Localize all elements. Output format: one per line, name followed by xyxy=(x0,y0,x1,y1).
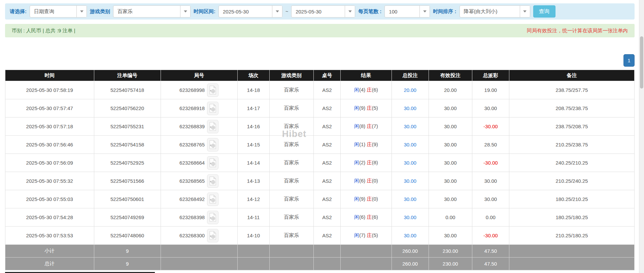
video-record-icon[interactable] xyxy=(207,102,218,115)
total-row-cell-6 xyxy=(341,258,392,270)
player-points: (6) xyxy=(359,214,367,220)
cell-valid-bet: 30.00 xyxy=(429,190,472,208)
video-record-icon[interactable] xyxy=(207,174,218,188)
player-points: (4) xyxy=(359,87,367,93)
time-sort-label: 时间排序 : xyxy=(433,8,456,15)
cell-game-type: 百家乐 xyxy=(269,81,313,99)
cell-table-no: AS2 xyxy=(313,227,340,245)
table-row: 2025-05-30 07:54:28522540749269623268398… xyxy=(5,208,635,227)
chevron-down-icon[interactable] xyxy=(345,6,355,17)
col-header-5: 桌号 xyxy=(313,70,340,81)
chevron-down-icon[interactable] xyxy=(419,6,430,17)
tilde-separator: ~ xyxy=(285,9,288,14)
cell-total-bet: 30.00 xyxy=(392,136,429,154)
player-points: (8) xyxy=(359,123,367,129)
bet-records-table: 时间注单编号局号场次游戏类别桌号结果总投注有效投注总派彩备注 2025-05-3… xyxy=(5,70,635,270)
round-id-text: 623268398 xyxy=(179,214,205,220)
cell-table-no: AS2 xyxy=(313,154,340,172)
total-bet-link[interactable]: 20.00 xyxy=(404,87,416,93)
total-bet-link[interactable]: 30.00 xyxy=(404,233,416,238)
total-bet-link[interactable]: 30.00 xyxy=(404,160,416,166)
round-id-text: 623268492 xyxy=(179,196,205,202)
cell-remark: 238.75/208.75 xyxy=(509,117,635,136)
player-points: (9) xyxy=(359,196,367,202)
total-bet-link[interactable]: 30.00 xyxy=(404,214,416,220)
game-type-label: 游戏类别 xyxy=(90,8,110,15)
cell-session: 14-16 xyxy=(237,117,269,136)
total-bet-link[interactable]: 30.00 xyxy=(404,105,416,111)
game-type-dropdown[interactable]: 百家乐 xyxy=(113,5,191,18)
round-id-text: 623268918 xyxy=(179,105,205,111)
cell-remark: 180.25/180.25 xyxy=(509,208,635,227)
cell-session: 14-17 xyxy=(237,99,269,117)
time-range-label: 时间区间: xyxy=(194,8,215,15)
table-row: 2025-05-30 07:57:18522540755231623268839… xyxy=(5,117,635,136)
total-bet-link[interactable]: 30.00 xyxy=(404,196,416,202)
cell-total-bet: 30.00 xyxy=(392,227,429,245)
player-label: 闲 xyxy=(354,214,359,220)
query-button[interactable]: 查询 xyxy=(533,5,555,18)
table-header-row: 时间注单编号局号场次游戏类别桌号结果总投注有效投注总派彩备注 xyxy=(5,70,635,81)
cell-game-type: 百家乐 xyxy=(269,172,313,190)
video-record-icon[interactable] xyxy=(207,156,218,170)
video-record-icon[interactable] xyxy=(207,229,218,242)
subtotal-row-cell-2 xyxy=(161,245,237,258)
cell-remark: 210.25/238.75 xyxy=(509,136,635,154)
cell-session: 14-11 xyxy=(237,208,269,227)
cell-table-no: AS2 xyxy=(313,172,340,190)
page-1-button[interactable]: 1 xyxy=(623,54,635,67)
vertical-scrollbar[interactable] xyxy=(639,0,644,273)
total-bet-link[interactable]: 30.00 xyxy=(404,124,416,129)
cell-payout: 19.00 xyxy=(472,81,509,99)
banker-points: (6) xyxy=(372,87,378,93)
video-record-icon[interactable] xyxy=(207,211,218,224)
player-label: 闲 xyxy=(354,178,359,183)
col-header-10: 备注 xyxy=(509,70,635,81)
date-from-dropdown[interactable]: 2025-05-30 xyxy=(218,5,282,18)
total-bet-link[interactable]: 30.00 xyxy=(404,142,416,147)
subtotal-row-cell-0: 小计 xyxy=(5,245,94,258)
video-record-icon[interactable] xyxy=(207,138,218,151)
cell-payout: 0.00 xyxy=(472,208,509,227)
col-header-9: 总派彩 xyxy=(472,70,509,81)
chevron-down-icon[interactable] xyxy=(520,6,530,17)
total-bet-link[interactable]: 30.00 xyxy=(404,178,416,184)
cell-result: 闲(9) 庄(0) xyxy=(341,190,392,208)
table-row: 2025-05-30 07:55:03522540750601623268492… xyxy=(5,190,635,208)
time-sort-dropdown[interactable]: 降幂(由大到小) xyxy=(460,5,530,18)
cell-valid-bet: 0.00 xyxy=(429,208,472,227)
cell-bet-id: 522540750601 xyxy=(94,190,161,208)
video-record-icon[interactable] xyxy=(207,83,218,97)
player-label: 闲 xyxy=(354,123,359,129)
cell-bet-id: 522540749269 xyxy=(94,208,161,227)
select-type-value: 日期查询 xyxy=(30,6,76,17)
video-record-icon[interactable] xyxy=(207,193,218,206)
cell-result: 闲(4) 庄(6) xyxy=(341,81,392,99)
banker-label: 庄 xyxy=(367,196,372,202)
cell-result: 闲(9) 庄(5) xyxy=(341,99,392,117)
chevron-down-icon[interactable] xyxy=(76,6,87,17)
cell-bet-id: 522540754158 xyxy=(94,136,161,154)
total-row-cell-9: 47.50 xyxy=(472,258,509,270)
chevron-down-icon[interactable] xyxy=(272,6,282,17)
cell-session: 14-13 xyxy=(237,172,269,190)
video-record-icon[interactable] xyxy=(207,120,218,133)
cell-result: 闲(7) 庄(5) xyxy=(341,227,392,245)
round-id-text: 623268839 xyxy=(179,124,205,129)
scrollbar-thumb[interactable] xyxy=(640,36,643,89)
total-row-cell-8: 230.00 xyxy=(429,258,472,270)
banker-points: (0) xyxy=(372,196,378,202)
subtotal-row: 小计9260.00230.0047.50 xyxy=(5,245,635,258)
cell-valid-bet: 30.00 xyxy=(429,227,472,245)
col-header-8: 有效投注 xyxy=(429,70,472,81)
player-label: 闲 xyxy=(354,196,359,202)
select-type-dropdown[interactable]: 日期查询 xyxy=(30,5,87,18)
subtotal-row-cell-9: 47.50 xyxy=(472,245,509,258)
currency-total-text: 币别 : 人民币 | 总共 :9 注单 | xyxy=(12,28,75,34)
page-size-dropdown[interactable]: 100 xyxy=(384,5,430,18)
chevron-down-icon[interactable] xyxy=(180,6,190,17)
cell-valid-bet: 30.00 xyxy=(429,99,472,117)
date-to-dropdown[interactable]: 2025-05-30 xyxy=(291,5,355,18)
banker-label: 庄 xyxy=(367,141,372,147)
cell-payout: -30.00 xyxy=(472,117,509,136)
